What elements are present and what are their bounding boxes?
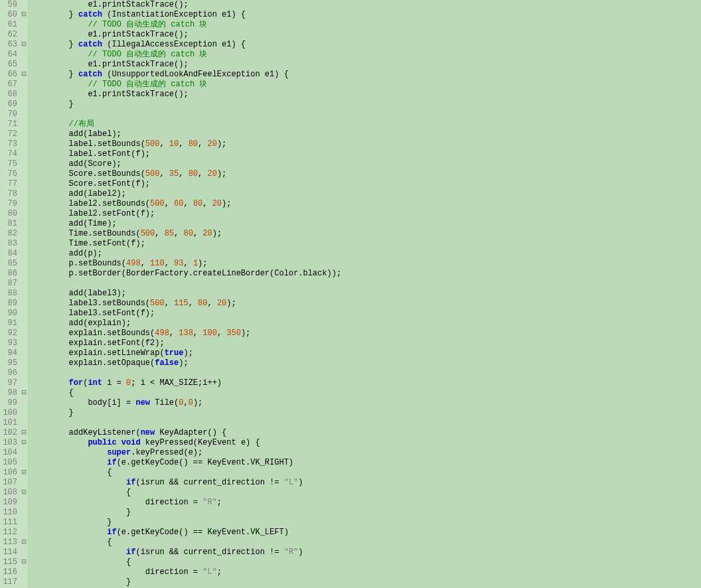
fold-spacer [20, 319, 28, 329]
fold-spacer [20, 50, 28, 60]
code-line[interactable]: super.keyPressed(e); [31, 448, 701, 458]
code-line[interactable]: public void keyPressed(KeyEvent e) { [31, 438, 701, 448]
code-line[interactable]: add(label2); [31, 189, 701, 199]
code-line[interactable]: if(isrun && current_direction != "R") [31, 548, 701, 557]
line-number: 77 [0, 179, 17, 189]
fold-spacer [20, 358, 28, 368]
code-line[interactable]: { [31, 388, 701, 398]
line-number: 104 [0, 448, 17, 458]
code-line[interactable]: // TODO 自动生成的 catch 块 [31, 80, 701, 90]
code-line[interactable]: Time.setBounds(500, 85, 80, 20); [31, 229, 701, 239]
fold-spacer [20, 309, 28, 319]
fold-toggle-icon[interactable]: ⊟ [20, 428, 28, 438]
code-line[interactable]: p.setBorder(BorderFactory.createLineBord… [31, 269, 701, 279]
code-line[interactable]: label3.setFont(f); [31, 309, 701, 319]
line-number: 94 [0, 348, 17, 358]
fold-toggle-icon[interactable]: ⊟ [20, 538, 28, 548]
line-number: 90 [0, 309, 17, 319]
code-line[interactable]: add(Time); [31, 219, 701, 229]
fold-spacer [20, 548, 28, 557]
code-line[interactable] [31, 368, 701, 378]
code-line[interactable]: } [31, 408, 701, 418]
code-line[interactable]: add(p); [31, 249, 701, 259]
code-line[interactable] [31, 279, 701, 289]
fold-spacer [20, 408, 28, 418]
line-number: 73 [0, 139, 17, 149]
fold-spacer [20, 279, 28, 289]
fold-toggle-icon[interactable]: ⊟ [20, 488, 28, 498]
code-line[interactable]: label2.setBounds(500, 60, 80, 20); [31, 199, 701, 209]
fold-spacer [20, 299, 28, 309]
code-line[interactable]: direction = "R"; [31, 498, 701, 508]
fold-spacer [20, 518, 28, 528]
fold-spacer [20, 329, 28, 338]
fold-toggle-icon[interactable]: ⊟ [20, 40, 28, 50]
line-number: 102 [0, 428, 17, 438]
code-line[interactable]: if(isrun && current_direction != "L") [31, 478, 701, 488]
line-number: 91 [0, 319, 17, 329]
line-number: 62 [0, 30, 17, 40]
fold-toggle-icon[interactable]: ⊟ [20, 468, 28, 478]
code-line[interactable]: body[i] = new Tile(0,0); [31, 398, 701, 408]
code-line[interactable]: } [31, 100, 701, 110]
code-line[interactable]: add(Score); [31, 159, 701, 169]
code-line[interactable]: for(int i = 0; i < MAX_SIZE;i++) [31, 378, 701, 388]
code-line[interactable]: { [31, 538, 701, 548]
code-editor[interactable]: e1.printStackTrace(); } catch (Instantia… [28, 0, 701, 588]
line-number: 72 [0, 129, 17, 139]
code-line[interactable]: label.setBounds(500, 10, 80, 20); [31, 139, 701, 149]
line-number: 75 [0, 159, 17, 169]
code-line[interactable]: } catch (InstantiationException e1) { [31, 10, 701, 20]
code-line[interactable]: e1.printStackTrace(); [31, 0, 701, 10]
code-line[interactable]: { [31, 488, 701, 498]
code-line[interactable]: // TODO 自动生成的 catch 块 [31, 20, 701, 30]
code-line[interactable]: if(e.getKeyCode() == KeyEvent.VK_LEFT) [31, 528, 701, 538]
code-line[interactable]: label3.setBounds(500, 115, 80, 20); [31, 299, 701, 309]
code-line[interactable]: } [31, 577, 701, 587]
code-line[interactable]: Score.setBounds(500, 35, 80, 20); [31, 169, 701, 179]
fold-toggle-icon[interactable]: ⊟ [20, 388, 28, 398]
line-number: 84 [0, 249, 17, 259]
fold-toggle-icon[interactable]: ⊟ [20, 70, 28, 80]
line-number: 108 [0, 488, 17, 498]
code-line[interactable]: // TODO 自动生成的 catch 块 [31, 50, 701, 60]
fold-gutter[interactable]: ⊟⊟⊟⊟⊟⊟⊟⊟⊟⊟ [20, 0, 28, 588]
fold-toggle-icon[interactable]: ⊟ [20, 10, 28, 20]
code-line[interactable]: label.setFont(f); [31, 149, 701, 159]
code-line[interactable]: } catch (IllegalAccessException e1) { [31, 40, 701, 50]
fold-spacer [20, 30, 28, 40]
code-line[interactable]: } [31, 508, 701, 518]
code-line[interactable]: explain.setLineWrap(true); [31, 348, 701, 358]
fold-spacer [20, 448, 28, 458]
code-line[interactable]: addKeyListener(new KeyAdapter() { [31, 428, 701, 438]
fold-toggle-icon[interactable]: ⊟ [20, 557, 28, 567]
code-line[interactable]: explain.setOpaque(false); [31, 358, 701, 368]
line-number: 98 [0, 388, 17, 398]
code-line[interactable]: } catch (UnsupportedLookAndFeelException… [31, 70, 701, 80]
code-line[interactable]: e1.printStackTrace(); [31, 90, 701, 100]
code-line[interactable]: add(label); [31, 129, 701, 139]
code-line[interactable]: e1.printStackTrace(); [31, 60, 701, 70]
code-line[interactable]: //布局 [31, 119, 701, 129]
code-line[interactable] [31, 110, 701, 119]
code-line[interactable]: explain.setFont(f2); [31, 338, 701, 348]
code-line[interactable]: } [31, 518, 701, 528]
line-number: 61 [0, 20, 17, 30]
code-line[interactable]: e1.printStackTrace(); [31, 30, 701, 40]
code-line[interactable]: direction = "L"; [31, 567, 701, 577]
code-line[interactable]: if(e.getKeyCode() == KeyEvent.VK_RIGHT) [31, 458, 701, 468]
code-line[interactable] [31, 418, 701, 428]
code-line[interactable]: explain.setBounds(498, 138, 100, 350); [31, 329, 701, 338]
code-line[interactable]: add(label3); [31, 289, 701, 299]
code-line[interactable]: { [31, 557, 701, 567]
code-line[interactable]: { [31, 468, 701, 478]
code-line[interactable]: p.setBounds(498, 110, 93, 1); [31, 259, 701, 269]
line-number: 92 [0, 329, 17, 338]
code-line[interactable]: label2.setFont(f); [31, 209, 701, 219]
code-line[interactable]: Time.setFont(f); [31, 239, 701, 249]
code-line[interactable]: Score.setFont(f); [31, 179, 701, 189]
code-line[interactable]: add(explain); [31, 319, 701, 329]
fold-toggle-icon[interactable]: ⊟ [20, 438, 28, 448]
fold-spacer [20, 219, 28, 229]
line-number: 97 [0, 378, 17, 388]
